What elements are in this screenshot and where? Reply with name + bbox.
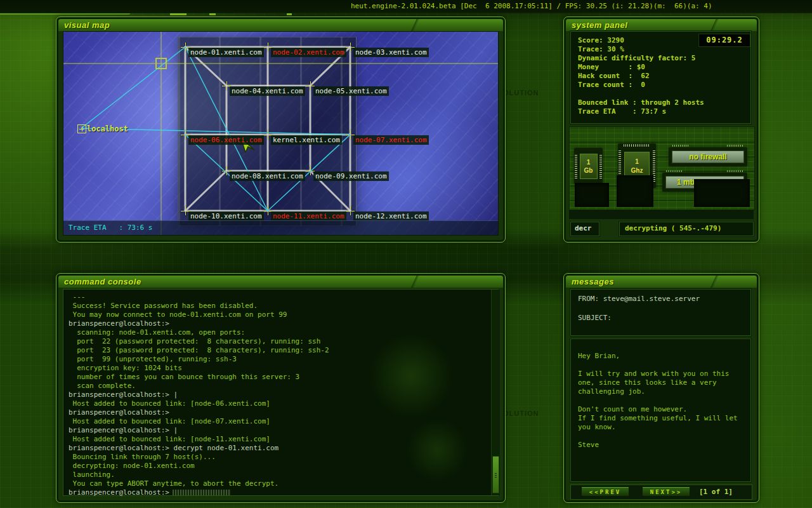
firewall-badge: no firewall xyxy=(669,147,747,166)
node-label: node-05.xenti.com xyxy=(313,86,389,96)
system-stat-line: Bounced link : through 2 hosts xyxy=(578,98,750,107)
console-line: brianspencer@localhost:> | xyxy=(69,426,498,435)
node-label: node-06.xenti.com xyxy=(188,135,264,145)
console-line: port 23 (password protected: 8 character… xyxy=(69,346,498,355)
message-body-box: Hey Brian, I will try and work with you … xyxy=(570,338,751,482)
system-stat-line: Trace ETA : 73:7 s xyxy=(578,107,750,116)
console-line: Host added to bounced link: [node-07.xen… xyxy=(69,417,498,426)
message-body-line: one, since this looks like a very xyxy=(578,378,750,387)
console-line: launching. xyxy=(69,471,498,479)
visual-map-title: visual map xyxy=(64,20,110,30)
node-label: node-01.xenti.com xyxy=(188,48,264,57)
map-footer-bar: Trace ETA : 73:6 s xyxy=(63,220,498,235)
message-envelope-line: SUBJECT: xyxy=(578,313,750,323)
active-command-abbrev: decr xyxy=(571,222,599,235)
node-label: node-10.xenti.com xyxy=(188,211,264,221)
empty-hardware-slot xyxy=(617,175,653,207)
empty-hardware-slot xyxy=(575,183,609,207)
memory-chip-icon: 1Gb xyxy=(574,148,603,184)
memory-chip-label: 1Gb xyxy=(580,154,598,179)
message-body-line: Hey Brian, xyxy=(578,352,750,361)
activity-status-text: decrypting ( 545-.-479) xyxy=(620,222,753,235)
node-label: node-07.xenti.com xyxy=(353,135,429,145)
next-message-button[interactable]: NEXT>> xyxy=(642,487,690,497)
node-label: node-08.xenti.com xyxy=(230,171,305,181)
system-panel: system panel Score: 3290Trace: 30 %Dynam… xyxy=(563,17,759,243)
engine-status-text: heut.engine-2.01.024.beta [Dec 6 2008.17… xyxy=(351,2,712,10)
message-body-line: challenging job. xyxy=(578,387,750,396)
message-body-line: Steve xyxy=(578,441,750,450)
localhost-icon xyxy=(77,124,86,133)
console-line: brianspencer@localhost:> | xyxy=(69,391,498,399)
localhost-label: localhost xyxy=(87,124,128,133)
console-line: Success! Service password has been disab… xyxy=(69,302,498,311)
console-line: Host added to bounced link: [node-11.xen… xyxy=(69,435,498,444)
messages-panel: messages FROM: steve@mail.steve.server S… xyxy=(563,273,759,503)
system-stat-line: Money : $0 xyxy=(578,63,750,72)
visual-map-header: visual map xyxy=(58,19,503,31)
active-command-box: decr xyxy=(570,222,599,236)
message-body-line xyxy=(578,361,750,370)
node-label: node-11.xenti.com xyxy=(271,211,346,221)
console-scrollbar[interactable] xyxy=(491,290,500,495)
system-panel-title: system panel xyxy=(572,20,627,30)
system-panel-header: system panel xyxy=(566,19,757,31)
visual-map-panel: visual map xyxy=(56,17,506,243)
node-label: node-04.xenti.com xyxy=(230,86,305,96)
node-label: node-09.xenti.com xyxy=(313,171,389,181)
node-lattice xyxy=(185,47,350,211)
message-envelope-line: FROM: steve@mail.steve.server xyxy=(578,294,750,304)
node-label: kernel.xenti.com xyxy=(271,135,342,145)
console-scrollbar-thumb[interactable] xyxy=(492,456,499,493)
message-body-line: you know. xyxy=(578,423,750,432)
command-console-panel: command console --- Success! Service pas… xyxy=(56,273,506,503)
message-body-line xyxy=(578,396,750,405)
console-line: decrypting: node-01.xenti.com xyxy=(69,462,498,471)
console-line: port 22 (password protected: 8 character… xyxy=(69,337,498,346)
message-envelope-box: FROM: steve@mail.steve.server SUBJECT: xyxy=(570,289,751,336)
map-trace-eta: Trace ETA : 73:6 s xyxy=(69,224,152,232)
system-stat-line: Trace count : 0 xyxy=(578,81,750,90)
system-panel-divider xyxy=(569,210,754,219)
engine-status-bar: heut.engine-2.01.024.beta [Dec 6 2008.17… xyxy=(0,0,812,13)
map-link-lines xyxy=(63,32,498,235)
node-label: node-03.xenti.com xyxy=(353,48,429,57)
message-body-line: If I find something useful, I will let xyxy=(578,414,750,423)
system-stat-line xyxy=(578,90,750,98)
console-line: You can type ABORT anytime, to abort the… xyxy=(69,479,498,488)
node-label: node-12.xenti.com xyxy=(353,211,429,221)
message-body-line: Don't count on me however. xyxy=(578,405,750,414)
console-line: encryption key: 1024 bits xyxy=(69,364,498,373)
console-line: --- xyxy=(69,293,498,302)
command-console-header: command console xyxy=(58,276,503,288)
console-line: number of times you can bounce through t… xyxy=(69,373,498,382)
prev-message-button[interactable]: <<PREV xyxy=(581,487,629,497)
console-line: brianspencer@localhost:> xyxy=(69,319,498,328)
console-line: scanning: node-01.xenti.com, open ports: xyxy=(69,328,498,337)
command-console-title: command console xyxy=(64,277,141,286)
message-body-line xyxy=(578,432,750,441)
system-stat-line: Hack count : 62 xyxy=(578,72,750,81)
messages-header: messages xyxy=(566,276,757,288)
console-line: scan complete. xyxy=(69,382,498,391)
console-line: brianspencer@localhost:> xyxy=(69,408,498,417)
console-line: You may now connect to node-01.xenti.com… xyxy=(69,311,498,319)
message-envelope-line xyxy=(578,304,750,313)
console-line: brianspencer@localhost:> xyxy=(69,488,498,497)
console-line: Host added to bounced link: [node-06.xen… xyxy=(69,399,498,408)
firewall-label: no firewall xyxy=(672,150,744,163)
console-line: brianspencer@localhost:> decrypt node-01… xyxy=(69,444,498,453)
activity-status-box: decrypting ( 545-.-479) xyxy=(619,222,754,236)
hardware-area: 1Gb 1Ghz no firewall 1 mbps modem xyxy=(569,126,755,210)
node-label: node-02.xenti.com xyxy=(271,48,346,57)
session-clock: 09:29.2 xyxy=(698,34,750,47)
empty-hardware-slot xyxy=(694,179,750,207)
messages-footer-bar: <<PREV NEXT>> [1 of 1] xyxy=(570,485,752,500)
message-body-line: I will try and work with you on this xyxy=(578,370,750,378)
console-output[interactable]: --- Success! Service password has been d… xyxy=(63,289,499,496)
message-page-indicator: [1 of 1] xyxy=(699,488,733,496)
messages-title: messages xyxy=(572,277,614,286)
network-map-view[interactable]: node-01.xenti.com node-02.xenti.com node… xyxy=(63,31,499,236)
system-stat-line: Dynamic difficulty factor: 5 xyxy=(578,54,750,63)
console-line: port 99 (unprotected), running: ssh-3 xyxy=(69,355,498,364)
